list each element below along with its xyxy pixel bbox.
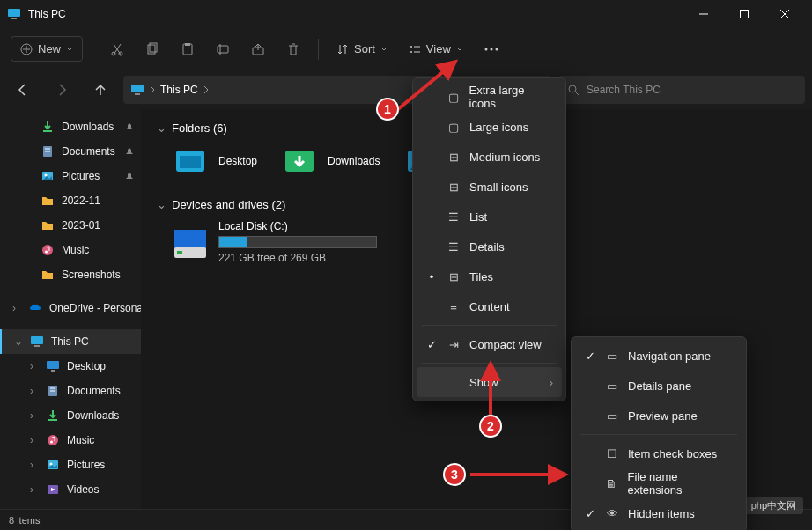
back-button[interactable] bbox=[7, 76, 39, 104]
show-option[interactable]: ▭Details pane bbox=[575, 371, 742, 401]
svg-rect-26 bbox=[135, 93, 140, 95]
layout-icon: ▢ bbox=[447, 91, 461, 104]
view-option[interactable]: ≡Content bbox=[417, 291, 562, 321]
sidebar-item-label: 2022-11 bbox=[62, 195, 100, 207]
pane-icon: ▭ bbox=[605, 379, 619, 393]
sidebar-item[interactable]: Music bbox=[0, 238, 141, 262]
layout-icon: ☰ bbox=[447, 240, 461, 254]
share-icon bbox=[251, 42, 265, 56]
sidebar-item[interactable]: Screenshots bbox=[0, 262, 141, 287]
view-option[interactable]: ⊞Medium icons bbox=[417, 142, 562, 172]
layout-icon: ⊟ bbox=[447, 270, 461, 283]
up-button[interactable] bbox=[85, 76, 116, 104]
svg-point-10 bbox=[119, 52, 122, 55]
svg-rect-62 bbox=[177, 251, 182, 254]
sidebar-item[interactable]: Downloads bbox=[0, 114, 141, 139]
view-option[interactable]: ⊞Small icons bbox=[417, 172, 562, 202]
sidebar-item-label: 2023-01 bbox=[62, 219, 100, 232]
folder-icon bbox=[282, 144, 317, 179]
svg-rect-55 bbox=[180, 156, 201, 168]
thispc-icon bbox=[30, 335, 44, 349]
folder-label: Downloads bbox=[328, 155, 380, 167]
new-button[interactable]: New bbox=[11, 36, 83, 62]
chevron-right-icon: › bbox=[550, 376, 553, 389]
view-option[interactable]: •⊟Tiles bbox=[417, 261, 562, 291]
view-option[interactable]: ☰Details bbox=[417, 232, 562, 261]
sidebar-item[interactable]: 2023-01 bbox=[0, 213, 141, 238]
share-button[interactable] bbox=[242, 35, 274, 63]
sidebar-item[interactable]: 2022-11 bbox=[0, 188, 141, 213]
more-icon bbox=[484, 48, 498, 51]
view-menu: ▢Extra large icons▢Large icons⊞Medium ic… bbox=[412, 77, 566, 401]
svg-line-28 bbox=[575, 92, 579, 95]
video-icon bbox=[46, 482, 60, 497]
compact-view-option[interactable]: ✓⇥Compact view bbox=[417, 329, 562, 359]
sidebar-item[interactable]: ›OneDrive - Personal bbox=[0, 296, 141, 320]
music-icon bbox=[41, 243, 55, 257]
chevron-down-icon bbox=[66, 46, 73, 53]
pin-icon bbox=[125, 122, 134, 131]
svg-point-22 bbox=[484, 48, 487, 50]
more-button[interactable] bbox=[476, 35, 507, 63]
folder-item[interactable]: Downloads bbox=[282, 144, 380, 179]
cut-icon bbox=[110, 42, 124, 56]
sidebar-item[interactable]: ›Documents bbox=[0, 379, 141, 403]
chevron-icon: › bbox=[30, 409, 39, 422]
svg-point-36 bbox=[45, 251, 48, 254]
view-button[interactable]: View bbox=[400, 37, 472, 61]
pane-icon: ▭ bbox=[605, 409, 619, 423]
arrow-right-icon bbox=[55, 83, 69, 97]
layout-icon: ⊞ bbox=[447, 151, 461, 164]
delete-button[interactable] bbox=[277, 35, 309, 63]
folder-icon bbox=[41, 218, 55, 232]
maximize-button[interactable] bbox=[724, 0, 764, 28]
close-button[interactable] bbox=[764, 0, 805, 28]
sidebar-item[interactable]: ›Local Disk (C:) bbox=[0, 502, 141, 509]
sidebar-item-label: Videos bbox=[67, 483, 99, 496]
show-option[interactable]: Show› bbox=[417, 367, 562, 397]
this-pc-icon bbox=[130, 83, 144, 97]
sidebar-item-label: Music bbox=[67, 434, 94, 446]
show-submenu: ✓▭Navigation pane▭Details pane▭Preview p… bbox=[571, 336, 747, 530]
sidebar-item[interactable]: Documents bbox=[0, 139, 141, 164]
show-option[interactable]: ▭Preview pane bbox=[575, 401, 742, 431]
view-option[interactable]: ☰List bbox=[417, 202, 562, 232]
rename-button[interactable] bbox=[207, 35, 239, 63]
folder-item[interactable]: Desktop bbox=[173, 144, 257, 179]
search-icon bbox=[567, 84, 579, 96]
forward-button[interactable] bbox=[46, 76, 78, 104]
sidebar-item[interactable]: ⌄This PC bbox=[0, 329, 141, 354]
paste-button[interactable] bbox=[172, 35, 203, 63]
separator bbox=[422, 325, 557, 326]
sidebar-item[interactable]: ›Pictures bbox=[0, 453, 141, 477]
show-option[interactable]: ✓▭Navigation pane bbox=[575, 341, 742, 371]
view-option[interactable]: ▢Large icons bbox=[417, 112, 562, 142]
address-bar: This PC Search This PC bbox=[0, 70, 812, 109]
view-icon bbox=[409, 43, 421, 55]
minimize-button[interactable] bbox=[683, 0, 724, 28]
sidebar-item-label: Downloads bbox=[67, 409, 119, 422]
breadcrumb[interactable]: This PC bbox=[160, 84, 198, 96]
sidebar-item[interactable]: Pictures bbox=[0, 164, 141, 188]
chevron-icon: ⌄ bbox=[14, 335, 23, 348]
chevron-icon: › bbox=[30, 385, 39, 397]
sidebar-item[interactable]: ›Desktop bbox=[0, 354, 141, 379]
sidebar-item[interactable]: ›Downloads bbox=[0, 403, 141, 428]
sidebar-item[interactable]: ›Videos bbox=[0, 477, 141, 502]
show-option[interactable]: 🗎File name extensions bbox=[575, 468, 742, 498]
copy-button[interactable] bbox=[137, 35, 168, 63]
desktop-icon bbox=[46, 359, 60, 373]
show-option[interactable]: ☐Item check boxes bbox=[575, 438, 742, 468]
show-option[interactable]: ✓👁Hidden items bbox=[575, 498, 742, 528]
svg-rect-15 bbox=[218, 46, 228, 53]
view-option[interactable]: ▢Extra large icons bbox=[417, 82, 562, 112]
sort-button[interactable]: Sort bbox=[328, 37, 396, 61]
layout-icon: ☰ bbox=[447, 210, 461, 224]
sidebar-item[interactable]: ›Music bbox=[0, 428, 141, 453]
sidebar-item-label: Documents bbox=[62, 145, 115, 158]
sidebar-item-label: OneDrive - Personal bbox=[49, 302, 141, 314]
search-input[interactable]: Search This PC bbox=[558, 76, 805, 104]
svg-point-35 bbox=[42, 245, 53, 255]
svg-rect-59 bbox=[174, 230, 206, 242]
cut-button[interactable] bbox=[101, 35, 133, 63]
